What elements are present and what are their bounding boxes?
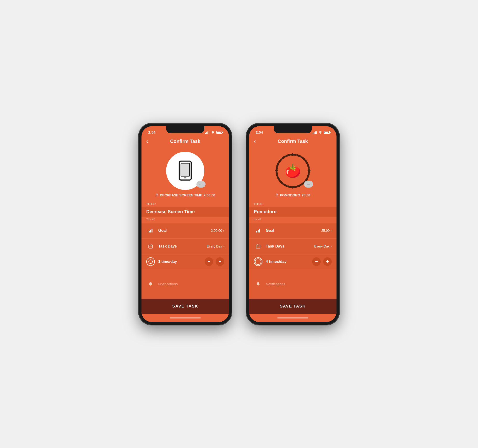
home-indicator-2 [249,314,337,322]
stepper-2[interactable]: − + [312,257,332,266]
task-subtitle-2: ⏱ POMODORO 25:00 [249,192,337,200]
svg-rect-22 [258,230,259,232]
notch-1 [166,126,204,133]
bell-icon-1 [148,282,153,286]
battery-icon-2 [324,131,330,134]
increment-button-1[interactable]: + [216,257,224,266]
content-2: TITLE: Pomodoro 8 / 20 Goal 25:00 [249,200,337,299]
decrement-button-2[interactable]: − [312,257,321,266]
notification-label-1: Notifications [158,282,178,286]
save-button-2[interactable]: SAVE TASK [249,299,337,314]
title-value-2[interactable]: Pomodoro [249,207,337,217]
goal-value-1: 2:00:00 › [211,229,224,232]
notification-icon-1 [146,280,155,288]
icon-area-2: 🍅 ··· [249,147,337,192]
title-label-2: TITLE: [249,200,337,207]
svg-rect-10 [151,244,151,245]
icon-area-1: ··· [141,147,229,192]
svg-rect-1 [181,163,189,176]
tomato-ring-1: 🍅 ··· [274,152,312,190]
task-name-1: DECREASE SCREEN TIME [160,193,202,197]
svg-rect-26 [257,244,258,245]
task-days-row-1[interactable]: Task Days Every Day › [141,239,229,254]
times-icon-2 [254,257,262,266]
goal-chevron-2: › [331,229,332,232]
times-row-2: 4 times/day − + [249,255,337,269]
decrement-button-1[interactable]: − [205,257,213,266]
task-days-chevron-1: › [223,244,224,248]
times-row-1: 1 time/day − + [141,255,229,269]
battery-icon-1 [216,131,222,134]
content-1: TITLE: Decrease Screen Time 20 / 20 Goal [141,200,229,299]
notification-icon-2 [254,280,262,288]
svg-rect-27 [259,244,259,245]
task-days-chevron-2: › [331,244,332,248]
task-time-2: 25:00 [302,193,310,197]
svg-rect-21 [256,231,257,232]
svg-rect-11 [149,247,150,247]
times-label-1: 1 time/day [158,260,205,264]
title-value-1[interactable]: Decrease Screen Time [141,207,229,217]
times-icon-1 [146,257,155,266]
goal-row-2[interactable]: Goal 25:00 › [249,223,337,238]
increment-button-2[interactable]: + [323,257,332,266]
nav-title-2: Confirm Task [278,139,308,144]
svg-rect-9 [150,244,150,245]
task-days-icon-2 [254,242,262,251]
goal-value-2: 25:00 › [321,229,332,232]
timer-icon-2: ⏱ [275,193,278,197]
task-days-value-1: Every Day › [207,244,224,248]
home-bar-1 [170,317,201,318]
goal-row-1[interactable]: Goal 2:00:00 › [141,223,229,238]
status-icons-1 [205,131,222,134]
stepper-1[interactable]: − + [205,257,224,266]
goal-icon-2 [254,226,262,235]
task-icon-circle-1: ··· [166,152,204,190]
phone-1-screen: 2:54 [141,126,229,322]
notification-row-2: Notifications [249,269,337,299]
char-count-2: 8 / 20 [249,217,337,223]
svg-rect-5 [150,230,151,232]
task-time-1: 2:00:00 [204,193,215,197]
svg-rect-13 [151,247,152,247]
svg-rect-6 [151,229,152,232]
task-days-value-2: Every Day › [314,244,332,248]
char-count-1: 20 / 20 [141,217,229,223]
task-days-icon-1 [146,242,155,251]
notch-2 [274,126,312,133]
back-button-1[interactable]: ‹ [146,138,148,144]
svg-point-31 [255,259,261,264]
nav-bar-2: ‹ Confirm Task [249,137,337,147]
nav-title-1: Confirm Task [170,139,200,144]
back-button-2[interactable]: ‹ [254,138,256,144]
goal-icon-1 [146,226,155,235]
phone-2: 2:54 [246,123,339,325]
calendar-icon-1 [148,244,153,249]
svg-rect-30 [259,247,259,247]
more-button-2[interactable]: ··· [304,181,313,187]
mobile-phone-icon-1 [177,161,194,181]
notification-row-1: Notifications [141,269,229,299]
svg-point-14 [149,260,152,264]
save-button-1[interactable]: SAVE TASK [141,299,229,314]
wifi-icon-2 [318,131,322,134]
calendar-icon-2 [256,244,260,249]
goal-label-1: Goal [158,228,211,233]
bar-chart-icon-2 [256,228,260,233]
more-button-1[interactable]: ··· [196,181,206,187]
svg-rect-12 [150,247,151,247]
signal-icon-1 [205,131,209,134]
circle-icon-1 [148,259,153,264]
status-icons-2 [313,131,330,134]
task-subtitle-1: ⏱ DECREASE SCREEN TIME 2:00:00 [141,192,229,200]
task-days-row-2[interactable]: Task Days Every Day › [249,239,337,254]
svg-rect-29 [258,247,258,247]
times-label-2: 4 times/day [266,260,312,264]
bar-chart-icon-1 [148,228,153,233]
screenshot-container: 2:54 [139,123,339,325]
svg-rect-28 [257,247,258,247]
task-days-label-2: Task Days [266,244,314,249]
title-label-1: TITLE: [141,200,229,207]
goal-label-2: Goal [266,228,321,233]
task-name-2: POMODORO [280,193,300,197]
